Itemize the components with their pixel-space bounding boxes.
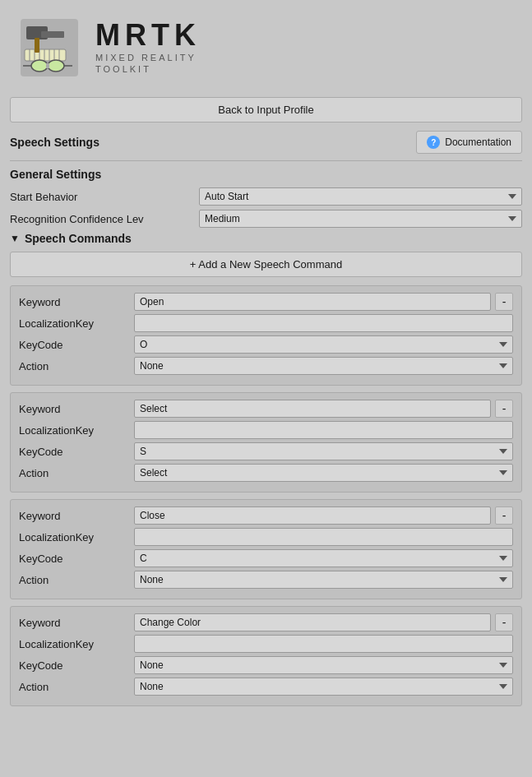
keycode-label-1: KeyCode	[19, 446, 134, 458]
svg-rect-15	[46, 63, 49, 68]
speech-commands-header: ▼ Speech Commands	[10, 232, 522, 245]
recognition-confidence-row: Recognition Confidence Lev Low Medium Hi…	[10, 210, 522, 228]
speech-commands-title: Speech Commands	[25, 232, 132, 245]
svg-point-12	[31, 60, 48, 72]
keyword-input-1[interactable]	[134, 400, 491, 418]
action-label-0: Action	[19, 360, 134, 372]
keyword-input-3[interactable]	[134, 613, 491, 631]
keyword-row-select: Keyword -	[19, 400, 513, 418]
info-icon: ?	[427, 136, 440, 149]
divider	[10, 160, 522, 161]
action-row-change-color: Action None Select	[19, 678, 513, 696]
back-to-input-profile-button[interactable]: Back to Input Profile	[10, 97, 522, 123]
keyword-label-3: Keyword	[19, 617, 134, 629]
action-row-select: Action None Select	[19, 464, 513, 482]
localization-label-3: LocalizationKey	[19, 638, 134, 650]
keycode-row-select: KeyCode S None	[19, 442, 513, 460]
action-select-3[interactable]: None Select	[134, 678, 513, 696]
general-settings-title: General Settings	[10, 168, 522, 181]
localization-input-0[interactable]	[134, 314, 513, 332]
speech-settings-title: Speech Settings	[10, 136, 99, 149]
keycode-label-2: KeyCode	[19, 553, 134, 565]
action-label-3: Action	[19, 681, 134, 693]
localization-row-open: LocalizationKey	[19, 314, 513, 332]
action-select-1[interactable]: None Select	[134, 464, 513, 482]
localization-label-1: LocalizationKey	[19, 424, 134, 437]
command-card-select: Keyword - LocalizationKey KeyCode S None…	[10, 392, 522, 493]
action-label-2: Action	[19, 574, 134, 586]
logo-title: MRTK	[95, 21, 201, 50]
keyword-label-1: Keyword	[19, 403, 134, 415]
localization-row-close: LocalizationKey	[19, 528, 513, 546]
remove-button-1[interactable]: -	[495, 400, 513, 418]
recognition-confidence-select[interactable]: Low Medium High	[199, 210, 522, 228]
keyword-input-2[interactable]	[134, 506, 491, 525]
documentation-button[interactable]: ? Documentation	[416, 131, 522, 154]
keycode-select-0[interactable]: O None	[134, 335, 513, 354]
keycode-select-3[interactable]: None O S C	[134, 656, 513, 674]
app-header: MRTK MIXED REALITY TOOLKIT	[0, 0, 532, 90]
localization-input-2[interactable]	[134, 528, 513, 546]
logo-text: MRTK MIXED REALITY TOOLKIT	[95, 21, 201, 76]
localization-row-change-color: LocalizationKey	[19, 635, 513, 653]
keyword-row-close: Keyword -	[19, 506, 513, 525]
keyword-row-open: Keyword -	[19, 293, 513, 311]
logo-subtitle: MIXED REALITY TOOLKIT	[95, 52, 201, 76]
logo: MRTK MIXED REALITY TOOLKIT	[16, 15, 201, 81]
keycode-row-open: KeyCode O None	[19, 335, 513, 354]
keyword-row-change-color: Keyword -	[19, 613, 513, 631]
keyword-label-2: Keyword	[19, 510, 134, 522]
keycode-label-0: KeyCode	[19, 339, 134, 351]
svg-rect-11	[35, 38, 39, 53]
add-speech-command-button[interactable]: + Add a New Speech Command	[10, 252, 522, 277]
remove-button-2[interactable]: -	[495, 506, 513, 525]
keycode-row-close: KeyCode C None	[19, 549, 513, 567]
action-row-open: Action None Select	[19, 357, 513, 375]
keycode-select-2[interactable]: C None	[134, 549, 513, 567]
remove-button-0[interactable]: -	[495, 293, 513, 311]
start-behavior-row: Start Behavior Auto Start Manual Start	[10, 187, 522, 206]
localization-label-0: LocalizationKey	[19, 317, 134, 330]
localization-row-select: LocalizationKey	[19, 421, 513, 439]
collapse-icon: ▼	[10, 233, 20, 244]
localization-input-1[interactable]	[134, 421, 513, 439]
section-header-row: Speech Settings ? Documentation	[10, 131, 522, 154]
remove-button-3[interactable]: -	[495, 613, 513, 631]
svg-point-13	[48, 60, 64, 72]
keycode-label-3: KeyCode	[19, 659, 134, 672]
command-card-change-color: Keyword - LocalizationKey KeyCode None O…	[10, 606, 522, 706]
action-row-close: Action None Select	[19, 571, 513, 589]
svg-rect-10	[41, 31, 64, 38]
action-label-1: Action	[19, 467, 134, 479]
keycode-select-1[interactable]: S None	[134, 442, 513, 460]
mrtk-logo-icon	[16, 15, 82, 81]
localization-label-2: LocalizationKey	[19, 531, 134, 543]
keycode-row-change-color: KeyCode None O S C	[19, 656, 513, 674]
main-content: Back to Input Profile Speech Settings ? …	[0, 90, 532, 723]
keyword-input-0[interactable]	[134, 293, 491, 311]
localization-input-3[interactable]	[134, 635, 513, 653]
start-behavior-label: Start Behavior	[10, 191, 199, 203]
action-select-0[interactable]: None Select	[134, 357, 513, 375]
action-select-2[interactable]: None Select	[134, 571, 513, 589]
command-card-close: Keyword - LocalizationKey KeyCode C None…	[10, 499, 522, 599]
command-card-open: Keyword - LocalizationKey KeyCode O None…	[10, 285, 522, 386]
keyword-label-0: Keyword	[19, 296, 134, 308]
start-behavior-select[interactable]: Auto Start Manual Start	[199, 187, 522, 206]
recognition-confidence-label: Recognition Confidence Lev	[10, 213, 199, 225]
